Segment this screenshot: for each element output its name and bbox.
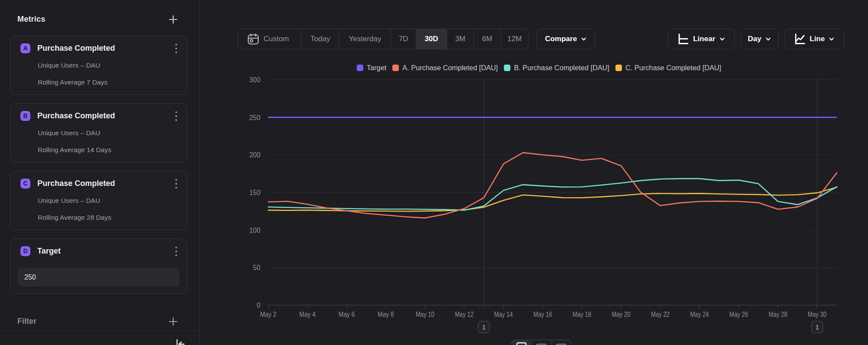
svg-text:May 22: May 22: [651, 310, 670, 318]
svg-text:May 24: May 24: [690, 310, 709, 318]
svg-text:100: 100: [249, 226, 260, 234]
svg-text:1: 1: [482, 323, 486, 331]
svg-text:May 14: May 14: [494, 310, 513, 318]
svg-text:May 26: May 26: [730, 310, 748, 318]
svg-text:300: 300: [249, 76, 260, 84]
svg-text:May 16: May 16: [533, 310, 552, 318]
svg-text:May 8: May 8: [378, 310, 394, 318]
svg-text:May 30: May 30: [808, 310, 826, 318]
svg-text:50: 50: [253, 264, 260, 271]
svg-text:0: 0: [256, 301, 260, 309]
svg-text:250: 250: [249, 114, 260, 121]
svg-text:May 12: May 12: [455, 310, 473, 318]
svg-text:150: 150: [249, 189, 260, 196]
svg-text:May 10: May 10: [416, 310, 434, 318]
svg-text:May 18: May 18: [572, 310, 591, 318]
svg-text:May 2: May 2: [260, 310, 276, 318]
svg-text:May 6: May 6: [339, 310, 355, 318]
svg-text:May 20: May 20: [612, 310, 631, 318]
svg-text:May 28: May 28: [769, 310, 787, 318]
svg-text:200: 200: [249, 151, 260, 159]
svg-text:May 4: May 4: [299, 310, 316, 318]
svg-text:1: 1: [815, 323, 819, 331]
